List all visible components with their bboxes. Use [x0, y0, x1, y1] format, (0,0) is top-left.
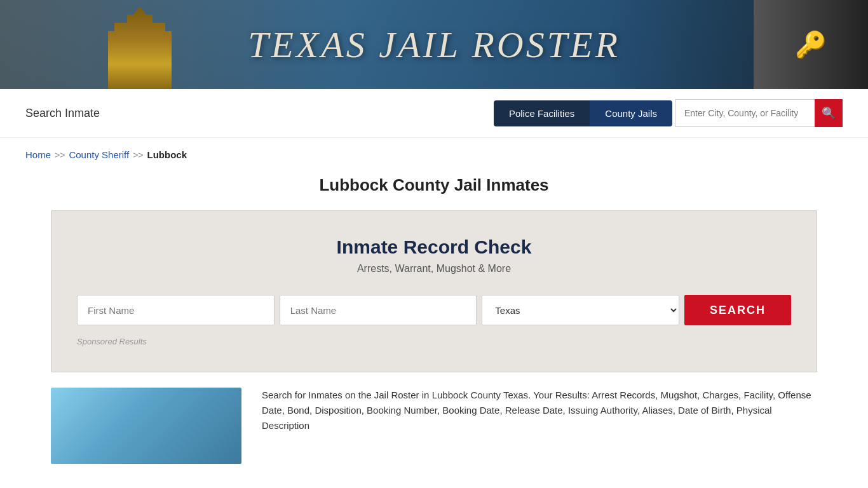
search-inmate-label: Search Inmate — [25, 107, 100, 119]
facility-search-wrap: 🔍 — [675, 99, 843, 127]
sponsored-label: Sponsored Results — [77, 337, 791, 346]
breadcrumb-sep2: >> — [133, 150, 143, 160]
breadcrumb-home[interactable]: Home — [25, 149, 51, 160]
bottom-description: Search for Inmates on the Jail Roster in… — [262, 388, 817, 433]
facility-search-input[interactable] — [675, 99, 815, 127]
page-title: Lubbock County Jail Inmates — [25, 175, 843, 195]
breadcrumb: Home >> County Sheriff >> Lubbock — [0, 138, 868, 165]
jail-keys-image: 🔑 — [754, 0, 868, 89]
county-jails-button[interactable]: County Jails — [590, 100, 672, 126]
breadcrumb-current: Lubbock — [147, 149, 187, 160]
site-title: Texas Jail Roster — [248, 24, 620, 66]
breadcrumb-county-sheriff[interactable]: County Sheriff — [69, 149, 129, 160]
police-facilities-button[interactable]: Police Facilities — [494, 100, 590, 126]
page-title-wrap: Lubbock County Jail Inmates — [0, 165, 868, 210]
record-check-subtitle: Arrests, Warrant, Mugshot & More — [77, 263, 791, 274]
record-check-form: AlabamaAlaskaArizonaArkansasCaliforniaCo… — [77, 295, 791, 325]
search-icon: 🔍 — [822, 106, 836, 120]
breadcrumb-sep1: >> — [55, 150, 65, 160]
header-banner: Texas Jail Roster 🔑 — [0, 0, 868, 89]
lubbock-image — [51, 388, 241, 464]
facility-search-button[interactable]: 🔍 — [815, 99, 843, 127]
bottom-section: Search for Inmates on the Jail Roster in… — [0, 388, 868, 488]
first-name-input[interactable] — [77, 295, 275, 325]
nav-left: Search Inmate — [25, 107, 100, 120]
last-name-input[interactable] — [280, 295, 477, 325]
nav-right: Police Facilities County Jails 🔍 — [494, 99, 843, 127]
nav-bar: Search Inmate Police Facilities County J… — [0, 89, 868, 138]
record-check-box: Inmate Record Check Arrests, Warrant, Mu… — [51, 210, 817, 372]
inmate-search-button[interactable]: SEARCH — [684, 295, 791, 325]
state-select[interactable]: AlabamaAlaskaArizonaArkansasCaliforniaCo… — [482, 295, 679, 325]
record-check-title: Inmate Record Check — [77, 236, 791, 258]
